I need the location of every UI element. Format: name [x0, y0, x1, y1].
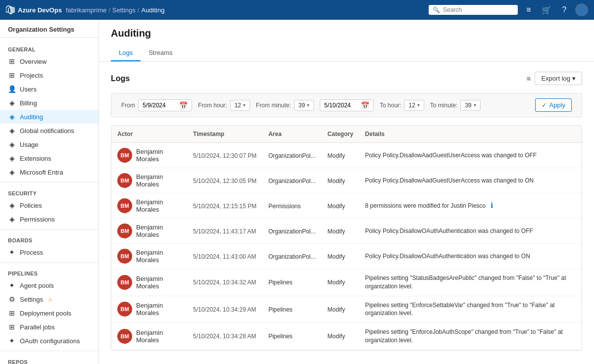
logs-section-title: Logs: [111, 74, 130, 83]
actor-cell-0: BM Benjamin Morales: [111, 143, 187, 168]
from-label: From: [121, 102, 135, 109]
sidebar-item-billing[interactable]: ◈ Billing: [0, 96, 99, 110]
page-title: Auditing: [111, 28, 582, 39]
sidebar-item-overview[interactable]: ⊞ Overview: [0, 54, 99, 68]
sidebar-item-oauth[interactable]: ✦ OAuth configurations: [0, 334, 99, 348]
user-settings-icon[interactable]: 👤: [575, 3, 588, 16]
search-input[interactable]: [443, 6, 514, 13]
sidebar-item-microsoft-entra[interactable]: ◈ Microsoft Entra: [0, 165, 99, 179]
timestamp-cell-1: 5/10/2024, 12:30:05 PM: [187, 168, 262, 193]
to-calendar-icon[interactable]: 📅: [361, 101, 369, 109]
layout: Organization Settings General ⊞ Overview…: [0, 20, 594, 364]
details-cell-4: Policy Policy.DisallowOAuthAuthenticatio…: [359, 244, 582, 269]
actor-cell-1: BM Benjamin Morales: [111, 168, 187, 193]
area-cell-6: Pipelines: [262, 296, 321, 323]
to-minute-dropdown[interactable]: 39 ▾: [460, 100, 480, 111]
sidebar-item-usage[interactable]: ◈ Usage: [0, 137, 99, 151]
sidebar-item-process[interactable]: ✦ Process: [0, 245, 99, 259]
from-date-group: From 📅: [121, 99, 192, 111]
category-cell-2: Modify: [322, 193, 359, 219]
brand-link[interactable]: Azure DevOps: [6, 5, 62, 14]
calendar-icon[interactable]: 📅: [179, 101, 188, 109]
search-box[interactable]: 🔍: [429, 5, 518, 15]
policies-icon: ◈: [8, 201, 16, 209]
sidebar-item-parallel-jobs[interactable]: ⊞ Parallel jobs: [0, 320, 99, 334]
area-cell-4: OrganizationPol...: [262, 244, 321, 269]
to-hour-chevron: ▾: [417, 102, 420, 108]
table-row: BM Benjamin Morales 5/10/2024, 10:34:28 …: [111, 323, 582, 350]
breadcrumb-org[interactable]: fabrikamprime: [66, 6, 106, 14]
notifications-icon[interactable]: ≡: [522, 3, 536, 17]
settings-warning-icon: ⚠: [48, 297, 52, 302]
process-icon: ✦: [8, 248, 16, 256]
info-icon[interactable]: ℹ: [491, 201, 493, 209]
timestamp-cell-7: 5/10/2024, 10:34:28 AM: [187, 323, 262, 350]
timestamp-cell-3: 5/10/2024, 11:43:17 AM: [187, 219, 262, 244]
table-row: BM Benjamin Morales 5/10/2024, 11:43:00 …: [111, 244, 582, 269]
grid-icon: ⊞: [8, 57, 16, 65]
actor-cell-6: BM Benjamin Morales: [111, 296, 187, 323]
tab-logs[interactable]: Logs: [111, 45, 141, 61]
table-row: BM Benjamin Morales 5/10/2024, 12:30:05 …: [111, 168, 582, 193]
sidebar-item-users[interactable]: 👤 Users: [0, 82, 99, 96]
apply-button[interactable]: ✓ Apply: [535, 98, 572, 112]
export-log-button[interactable]: Export log ▾: [535, 72, 582, 85]
actor-name-5: Benjamin Morales: [136, 275, 181, 290]
deployment-pools-icon: ⊞: [8, 309, 16, 317]
from-minute-dropdown[interactable]: 39 ▾: [294, 100, 314, 111]
table-row: BM Benjamin Morales 5/10/2024, 11:43:17 …: [111, 219, 582, 244]
breadcrumb: fabrikamprime / Settings / Auditing: [66, 6, 165, 14]
from-hour-chevron: ▾: [243, 102, 246, 108]
to-hour-label: To hour:: [380, 102, 401, 109]
actor-cell-2: BM Benjamin Morales: [111, 193, 187, 219]
breadcrumb-sep2: /: [138, 6, 140, 14]
sidebar-item-policies[interactable]: ◈ Policies: [0, 198, 99, 212]
actor-name-6: Benjamin Morales: [136, 302, 181, 317]
sidebar-item-extensions[interactable]: ◈ Extensions: [0, 151, 99, 165]
area-cell-1: OrganizationPol...: [262, 168, 321, 193]
to-hour-dropdown[interactable]: 12 ▾: [404, 100, 424, 111]
breadcrumb-current: Auditing: [141, 6, 164, 14]
breadcrumb-settings[interactable]: Settings: [112, 6, 136, 14]
to-date-input-group[interactable]: 📅: [320, 99, 374, 111]
help-icon[interactable]: ?: [557, 3, 571, 17]
from-hour-value: 12: [235, 102, 241, 109]
logs-header: Logs ≡ Export log ▾: [111, 72, 582, 85]
filter-icon[interactable]: ≡: [527, 74, 531, 83]
from-date-input-group[interactable]: 📅: [138, 99, 192, 111]
sidebar-item-global-notifications[interactable]: ◈ Global notifications: [0, 124, 99, 137]
area-cell-7: Pipelines: [262, 323, 321, 350]
from-minute-label: From minute:: [256, 102, 291, 109]
basket-icon[interactable]: 🛒: [540, 3, 553, 17]
agent-pools-icon: ✦: [8, 281, 16, 289]
sidebar-item-permissions[interactable]: ◈ Permissions: [0, 212, 99, 226]
parallel-jobs-icon: ⊞: [8, 323, 16, 331]
sidebar-item-auditing[interactable]: ◈ Auditing: [0, 110, 99, 124]
sidebar-item-deployment-pools[interactable]: ⊞ Deployment pools: [0, 306, 99, 320]
avatar-5: BM: [117, 275, 132, 290]
avatar-2: BM: [117, 198, 132, 213]
sidebar-item-agent-pools[interactable]: ✦ Agent pools: [0, 278, 99, 292]
from-date-input[interactable]: [143, 102, 177, 109]
to-date-input[interactable]: [324, 102, 359, 109]
actor-cell-7: BM Benjamin Morales: [111, 323, 187, 350]
tab-streams[interactable]: Streams: [141, 45, 180, 61]
actor-name-0: Benjamin Morales: [136, 148, 181, 163]
area-cell-5: Pipelines: [262, 269, 321, 296]
logs-table-container: Actor Timestamp Area Category Details BM…: [111, 125, 582, 351]
oauth-icon: ✦: [8, 337, 16, 345]
from-minute-value: 39: [298, 102, 305, 109]
actor-name-3: Benjamin Morales: [136, 224, 181, 238]
actor-cell-5: BM Benjamin Morales: [111, 269, 187, 296]
sidebar-section-security: Security: [0, 185, 99, 198]
projects-icon: ⊞: [8, 71, 16, 79]
details-cell-5: Pipelines setting "StatusBadgesArePublic…: [359, 269, 582, 296]
timestamp-cell-5: 5/10/2024, 10:34:32 AM: [187, 269, 262, 296]
from-hour-dropdown[interactable]: 12 ▾: [230, 100, 250, 111]
sidebar-scroll: General ⊞ Overview ⊞ Projects 👤 Users ◈ …: [0, 38, 99, 364]
sidebar-item-settings[interactable]: ⚙ Settings ⚠: [0, 292, 99, 306]
sidebar-item-projects[interactable]: ⊞ Projects: [0, 68, 99, 82]
actor-cell-4: BM Benjamin Morales: [111, 244, 187, 269]
details-cell-7: Pipelines setting "EnforceJobAuthScope" …: [359, 323, 582, 350]
col-category: Category: [322, 126, 359, 143]
